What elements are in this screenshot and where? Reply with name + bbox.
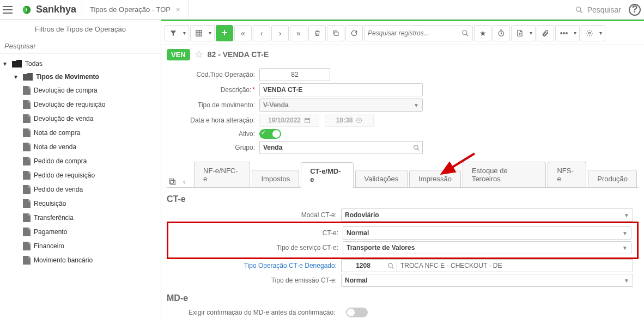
menu-hamburger[interactable] — [0, 0, 15, 19]
tree-item[interactable]: Movimento bancário — [0, 253, 161, 267]
record-search-input[interactable] — [368, 29, 461, 37]
grid-view-button[interactable] — [190, 25, 208, 41]
tree-item[interactable]: Nota de venda — [0, 140, 161, 154]
delete-button[interactable] — [308, 25, 326, 41]
grupo-value: Venda — [263, 144, 282, 151]
chevron-down-icon: ▼ — [622, 245, 628, 251]
label-tipo-mov: Tipo de movimento: — [167, 101, 259, 109]
record-title: 82 - VENDA CT-E — [208, 50, 269, 59]
prev-button[interactable]: ‹ — [253, 25, 270, 41]
tipo-mov-value: V-Venda — [263, 101, 289, 109]
grupo-lookup-icon[interactable] — [411, 141, 423, 154]
modal-cte-select[interactable]: Rodoviário▼ — [341, 208, 633, 222]
grupo-field[interactable]: Venda — [259, 141, 411, 154]
tree-item[interactable]: Financeiro — [0, 239, 161, 253]
settings-dropdown[interactable]: ▾ — [597, 25, 605, 41]
descricao-field[interactable]: VENDA CT-E — [259, 83, 423, 96]
tab-overflow-icon[interactable] — [167, 176, 178, 187]
settings-button[interactable] — [581, 25, 598, 41]
tree-group[interactable]: ▾ Tipos de Movimento — [0, 70, 161, 83]
more-button[interactable]: ••• — [555, 25, 573, 41]
tree-item[interactable]: Requisição — [0, 197, 161, 211]
tree-item-label: Devolução de venda — [34, 115, 93, 122]
refresh-button[interactable] — [345, 25, 363, 41]
data-alteracao-field: 19/10/2022 — [259, 114, 319, 127]
tree-item[interactable]: Devolução de requisição — [0, 97, 161, 112]
svg-point-8 — [414, 145, 418, 149]
export-button[interactable] — [511, 25, 528, 41]
label-tipo-servico-cte: Tipo de serviço CT-e: — [168, 244, 343, 251]
tab-producao[interactable]: Produção — [588, 170, 637, 187]
tab-estoque-terceiros[interactable]: Estoque de Terceiros — [463, 162, 546, 187]
sidebar-search-input[interactable] — [0, 39, 161, 54]
last-button[interactable]: » — [290, 25, 307, 41]
tree-item[interactable]: Pagamento — [0, 225, 161, 239]
tree-item-label: Requisição — [34, 200, 66, 207]
top-denegado-lookup-icon[interactable] — [385, 259, 397, 272]
add-button[interactable]: + — [216, 25, 233, 41]
top-denegado-desc: TROCA NFC-E - CHECKOUT - DE — [400, 262, 502, 269]
svg-rect-1 — [196, 30, 202, 36]
favorite-button[interactable]: ★ — [474, 25, 491, 41]
tree-item[interactable]: Devolução de compra — [0, 83, 161, 97]
help-icon[interactable]: ? — [629, 4, 641, 16]
tab-scroll-left-icon[interactable]: ‹ — [179, 176, 190, 187]
more-dropdown[interactable]: ▾ — [571, 25, 580, 41]
tipo-emissao-cte-select[interactable]: Normal▼ — [341, 274, 633, 287]
label-grupo: Grupo: — [167, 144, 259, 151]
global-search[interactable]: Pesquisar — [568, 5, 629, 14]
highlight-annotation: CT-e: Normal▼ Tipo de serviço CT-e: Tran… — [167, 222, 639, 259]
app-tab-title: Tipos de Operação - TOP — [90, 5, 171, 14]
label-cte: CT-e: — [168, 229, 343, 237]
tab-nfse[interactable]: NFS-e — [548, 162, 586, 187]
modal-cte-value: Rodoviário — [345, 211, 379, 219]
tree-item[interactable]: Devolução de venda — [0, 112, 161, 126]
brand-logo: Sankhya — [15, 4, 82, 16]
file-icon — [23, 213, 31, 222]
first-button[interactable]: « — [234, 25, 252, 41]
tab-validacoes[interactable]: Validações — [355, 170, 408, 187]
ativo-toggle[interactable] — [259, 129, 281, 139]
tree-item[interactable]: Pedido de compra — [0, 154, 161, 168]
exigir-mde-toggle[interactable] — [346, 308, 368, 317]
tree-root[interactable]: ▾ Todas — [0, 57, 161, 70]
tree-item[interactable]: Transferência — [0, 211, 161, 225]
svg-point-3 — [463, 30, 467, 34]
label-top-denegado: Tipo Operação CT-e Denegado: — [167, 262, 341, 269]
favorite-star-icon[interactable]: ☆ — [195, 48, 203, 60]
svg-rect-11 — [171, 180, 175, 185]
attach-button[interactable] — [537, 25, 554, 41]
export-dropdown[interactable]: ▾ — [527, 25, 536, 41]
tab-nfe[interactable]: NF-e/NFC-e — [194, 162, 250, 187]
copy-button[interactable] — [327, 25, 344, 41]
data-value: 19/10/2022 — [268, 116, 301, 124]
file-icon — [23, 143, 31, 151]
app-tab[interactable]: Tipos de Operação - TOP × — [82, 0, 188, 19]
tree-item[interactable]: Pedido de venda — [0, 182, 161, 197]
folder-icon — [23, 73, 33, 81]
tree-item-label: Devolução de compra — [34, 87, 98, 94]
tipo-servico-cte-select[interactable]: Transporte de Valores▼ — [343, 241, 631, 254]
next-button[interactable]: › — [271, 25, 289, 41]
tipo-movimento-select[interactable]: V-Venda▼ — [259, 99, 423, 112]
cte-select[interactable]: Normal▼ — [343, 226, 631, 240]
filter-dropdown[interactable]: ▾ — [180, 25, 189, 41]
tree-item-label: Transferência — [34, 214, 74, 222]
close-tab-icon[interactable]: × — [176, 5, 180, 14]
tree-item[interactable]: Nota de compra — [0, 126, 161, 140]
svg-point-12 — [388, 263, 392, 267]
file-icon — [23, 199, 31, 208]
cod-field[interactable]: 82 — [259, 68, 330, 81]
top-denegado-code-field[interactable]: 1208 — [341, 259, 385, 272]
filter-button[interactable] — [165, 25, 182, 41]
grid-view-dropdown[interactable]: ▾ — [206, 25, 215, 41]
tree-item-label: Pedido de requisição — [34, 171, 95, 179]
tree-item[interactable]: Pedido de requisição — [0, 168, 161, 182]
top-denegado-desc-field: TROCA NFC-E - CHECKOUT - DE — [397, 259, 633, 272]
search-icon[interactable] — [461, 29, 469, 37]
tree-item-label: Movimento bancário — [34, 256, 93, 264]
tab-impressao[interactable]: Impressão — [409, 170, 461, 187]
tab-cte-mde[interactable]: CT-e/MD-e — [301, 162, 353, 188]
timer-button[interactable] — [493, 25, 510, 41]
tab-impostos[interactable]: Impostos — [252, 170, 299, 187]
